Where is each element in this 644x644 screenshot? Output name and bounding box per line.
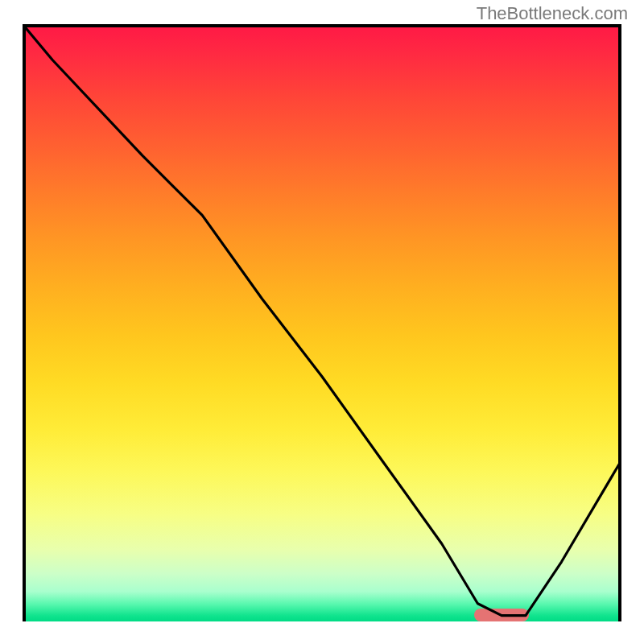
watermark-text: TheBottleneck.com	[477, 3, 628, 24]
chart-plot-area	[23, 24, 621, 621]
bottleneck-curve	[23, 24, 621, 621]
